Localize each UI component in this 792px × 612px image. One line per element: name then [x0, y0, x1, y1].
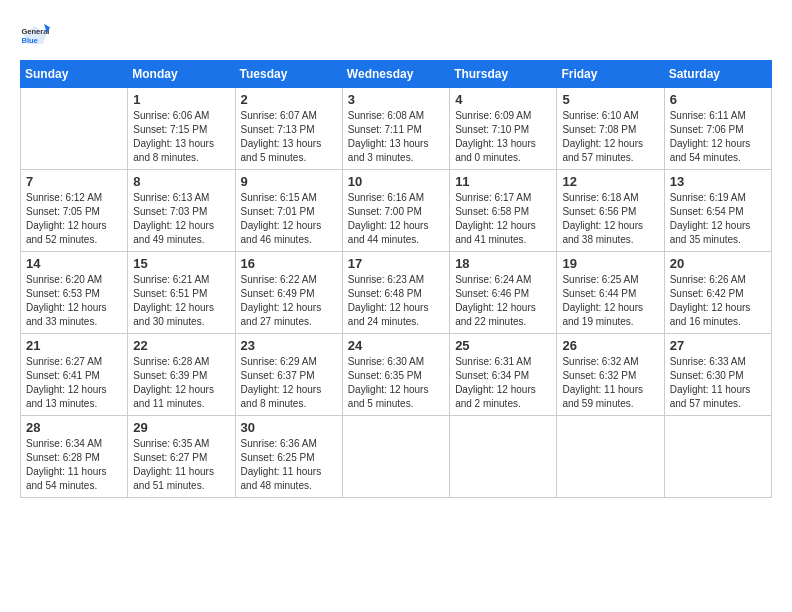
- calendar-cell: 6Sunrise: 6:11 AM Sunset: 7:06 PM Daylig…: [664, 88, 771, 170]
- day-header-monday: Monday: [128, 61, 235, 88]
- day-number: 10: [348, 174, 444, 189]
- calendar-cell: 17Sunrise: 6:23 AM Sunset: 6:48 PM Dayli…: [342, 252, 449, 334]
- day-header-thursday: Thursday: [450, 61, 557, 88]
- day-header-saturday: Saturday: [664, 61, 771, 88]
- calendar-table: SundayMondayTuesdayWednesdayThursdayFrid…: [20, 60, 772, 498]
- day-number: 4: [455, 92, 551, 107]
- day-number: 12: [562, 174, 658, 189]
- calendar-cell: 5Sunrise: 6:10 AM Sunset: 7:08 PM Daylig…: [557, 88, 664, 170]
- day-number: 17: [348, 256, 444, 271]
- day-info: Sunrise: 6:19 AM Sunset: 6:54 PM Dayligh…: [670, 191, 766, 247]
- day-number: 5: [562, 92, 658, 107]
- day-number: 23: [241, 338, 337, 353]
- day-info: Sunrise: 6:23 AM Sunset: 6:48 PM Dayligh…: [348, 273, 444, 329]
- day-number: 16: [241, 256, 337, 271]
- calendar-cell: 13Sunrise: 6:19 AM Sunset: 6:54 PM Dayli…: [664, 170, 771, 252]
- day-number: 6: [670, 92, 766, 107]
- calendar-cell: 26Sunrise: 6:32 AM Sunset: 6:32 PM Dayli…: [557, 334, 664, 416]
- calendar-cell: 14Sunrise: 6:20 AM Sunset: 6:53 PM Dayli…: [21, 252, 128, 334]
- day-info: Sunrise: 6:33 AM Sunset: 6:30 PM Dayligh…: [670, 355, 766, 411]
- day-header-sunday: Sunday: [21, 61, 128, 88]
- calendar-cell: 30Sunrise: 6:36 AM Sunset: 6:25 PM Dayli…: [235, 416, 342, 498]
- day-info: Sunrise: 6:09 AM Sunset: 7:10 PM Dayligh…: [455, 109, 551, 165]
- day-number: 29: [133, 420, 229, 435]
- day-number: 28: [26, 420, 122, 435]
- day-number: 22: [133, 338, 229, 353]
- calendar-cell: 9Sunrise: 6:15 AM Sunset: 7:01 PM Daylig…: [235, 170, 342, 252]
- calendar-week-row: 14Sunrise: 6:20 AM Sunset: 6:53 PM Dayli…: [21, 252, 772, 334]
- calendar-cell: 16Sunrise: 6:22 AM Sunset: 6:49 PM Dayli…: [235, 252, 342, 334]
- day-header-friday: Friday: [557, 61, 664, 88]
- day-header-wednesday: Wednesday: [342, 61, 449, 88]
- day-info: Sunrise: 6:07 AM Sunset: 7:13 PM Dayligh…: [241, 109, 337, 165]
- day-info: Sunrise: 6:18 AM Sunset: 6:56 PM Dayligh…: [562, 191, 658, 247]
- calendar-cell: 18Sunrise: 6:24 AM Sunset: 6:46 PM Dayli…: [450, 252, 557, 334]
- logo-icon: General Blue: [20, 20, 50, 50]
- calendar-cell: 7Sunrise: 6:12 AM Sunset: 7:05 PM Daylig…: [21, 170, 128, 252]
- calendar-cell: [450, 416, 557, 498]
- day-number: 30: [241, 420, 337, 435]
- day-info: Sunrise: 6:30 AM Sunset: 6:35 PM Dayligh…: [348, 355, 444, 411]
- calendar-cell: [342, 416, 449, 498]
- calendar-week-row: 1Sunrise: 6:06 AM Sunset: 7:15 PM Daylig…: [21, 88, 772, 170]
- calendar-cell: 29Sunrise: 6:35 AM Sunset: 6:27 PM Dayli…: [128, 416, 235, 498]
- calendar-cell: 27Sunrise: 6:33 AM Sunset: 6:30 PM Dayli…: [664, 334, 771, 416]
- day-number: 8: [133, 174, 229, 189]
- calendar-cell: 4Sunrise: 6:09 AM Sunset: 7:10 PM Daylig…: [450, 88, 557, 170]
- svg-text:General: General: [22, 27, 50, 36]
- calendar-cell: 24Sunrise: 6:30 AM Sunset: 6:35 PM Dayli…: [342, 334, 449, 416]
- calendar-cell: 22Sunrise: 6:28 AM Sunset: 6:39 PM Dayli…: [128, 334, 235, 416]
- day-info: Sunrise: 6:31 AM Sunset: 6:34 PM Dayligh…: [455, 355, 551, 411]
- calendar-cell: 15Sunrise: 6:21 AM Sunset: 6:51 PM Dayli…: [128, 252, 235, 334]
- day-info: Sunrise: 6:16 AM Sunset: 7:00 PM Dayligh…: [348, 191, 444, 247]
- day-number: 27: [670, 338, 766, 353]
- day-number: 21: [26, 338, 122, 353]
- calendar-week-row: 21Sunrise: 6:27 AM Sunset: 6:41 PM Dayli…: [21, 334, 772, 416]
- day-info: Sunrise: 6:12 AM Sunset: 7:05 PM Dayligh…: [26, 191, 122, 247]
- calendar-week-row: 7Sunrise: 6:12 AM Sunset: 7:05 PM Daylig…: [21, 170, 772, 252]
- day-number: 20: [670, 256, 766, 271]
- calendar-cell: [557, 416, 664, 498]
- day-header-tuesday: Tuesday: [235, 61, 342, 88]
- day-number: 14: [26, 256, 122, 271]
- svg-text:Blue: Blue: [22, 36, 38, 45]
- calendar-cell: [664, 416, 771, 498]
- day-info: Sunrise: 6:11 AM Sunset: 7:06 PM Dayligh…: [670, 109, 766, 165]
- day-number: 1: [133, 92, 229, 107]
- calendar-cell: 1Sunrise: 6:06 AM Sunset: 7:15 PM Daylig…: [128, 88, 235, 170]
- day-info: Sunrise: 6:35 AM Sunset: 6:27 PM Dayligh…: [133, 437, 229, 493]
- calendar-cell: 11Sunrise: 6:17 AM Sunset: 6:58 PM Dayli…: [450, 170, 557, 252]
- page-header: General Blue: [20, 20, 772, 50]
- calendar-cell: 19Sunrise: 6:25 AM Sunset: 6:44 PM Dayli…: [557, 252, 664, 334]
- day-number: 15: [133, 256, 229, 271]
- day-info: Sunrise: 6:20 AM Sunset: 6:53 PM Dayligh…: [26, 273, 122, 329]
- day-info: Sunrise: 6:17 AM Sunset: 6:58 PM Dayligh…: [455, 191, 551, 247]
- calendar-cell: 28Sunrise: 6:34 AM Sunset: 6:28 PM Dayli…: [21, 416, 128, 498]
- day-number: 26: [562, 338, 658, 353]
- day-info: Sunrise: 6:29 AM Sunset: 6:37 PM Dayligh…: [241, 355, 337, 411]
- day-info: Sunrise: 6:36 AM Sunset: 6:25 PM Dayligh…: [241, 437, 337, 493]
- day-number: 18: [455, 256, 551, 271]
- calendar-week-row: 28Sunrise: 6:34 AM Sunset: 6:28 PM Dayli…: [21, 416, 772, 498]
- calendar-cell: 12Sunrise: 6:18 AM Sunset: 6:56 PM Dayli…: [557, 170, 664, 252]
- day-number: 24: [348, 338, 444, 353]
- day-info: Sunrise: 6:21 AM Sunset: 6:51 PM Dayligh…: [133, 273, 229, 329]
- calendar-header-row: SundayMondayTuesdayWednesdayThursdayFrid…: [21, 61, 772, 88]
- calendar-cell: 8Sunrise: 6:13 AM Sunset: 7:03 PM Daylig…: [128, 170, 235, 252]
- day-info: Sunrise: 6:13 AM Sunset: 7:03 PM Dayligh…: [133, 191, 229, 247]
- calendar-cell: 20Sunrise: 6:26 AM Sunset: 6:42 PM Dayli…: [664, 252, 771, 334]
- calendar-cell: 10Sunrise: 6:16 AM Sunset: 7:00 PM Dayli…: [342, 170, 449, 252]
- day-info: Sunrise: 6:25 AM Sunset: 6:44 PM Dayligh…: [562, 273, 658, 329]
- day-number: 3: [348, 92, 444, 107]
- day-number: 11: [455, 174, 551, 189]
- calendar-cell: 21Sunrise: 6:27 AM Sunset: 6:41 PM Dayli…: [21, 334, 128, 416]
- day-number: 2: [241, 92, 337, 107]
- calendar-cell: 23Sunrise: 6:29 AM Sunset: 6:37 PM Dayli…: [235, 334, 342, 416]
- day-number: 9: [241, 174, 337, 189]
- day-info: Sunrise: 6:22 AM Sunset: 6:49 PM Dayligh…: [241, 273, 337, 329]
- day-info: Sunrise: 6:32 AM Sunset: 6:32 PM Dayligh…: [562, 355, 658, 411]
- day-info: Sunrise: 6:24 AM Sunset: 6:46 PM Dayligh…: [455, 273, 551, 329]
- day-number: 13: [670, 174, 766, 189]
- day-number: 19: [562, 256, 658, 271]
- day-number: 7: [26, 174, 122, 189]
